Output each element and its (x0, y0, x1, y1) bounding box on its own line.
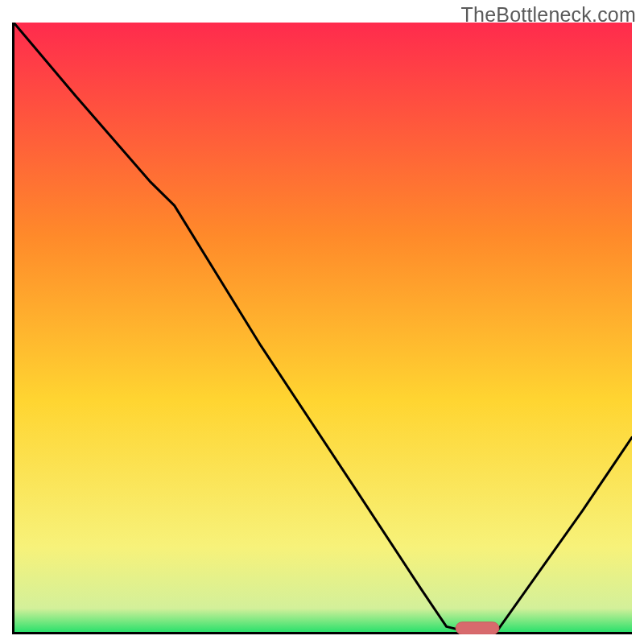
chart-svg (12, 23, 632, 634)
optimum-marker (456, 622, 499, 634)
gradient-backdrop (14, 23, 632, 633)
bottleneck-chart (12, 23, 632, 634)
